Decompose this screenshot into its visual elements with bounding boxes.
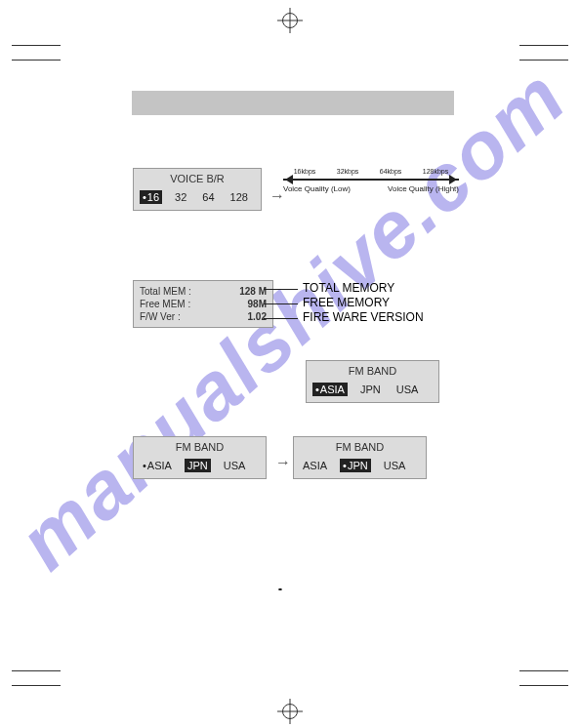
voice-br-options: 16 32 64 128: [134, 186, 261, 210]
callout-total: TOTAL MEMORY: [303, 281, 394, 295]
watermark-text: manualshive.com: [1, 51, 580, 587]
crop-mark: [519, 60, 568, 61]
option-jpn: JPN: [340, 459, 371, 472]
option-64: 64: [199, 190, 217, 204]
option-jpn: JPN: [357, 383, 384, 396]
callout-line: [264, 303, 298, 304]
option-usa: USA: [394, 383, 422, 396]
crop-mark: [12, 45, 61, 46]
crop-mark: [519, 670, 568, 671]
registration-mark: [277, 8, 303, 33]
option-usa: USA: [221, 459, 249, 472]
voice-br-box: VOICE B/R 16 32 64 128: [133, 168, 262, 211]
callout-line: [264, 318, 298, 319]
fm-band-box-2b: FM BAND ASIA JPN USA: [293, 436, 427, 479]
fm-band-title: FM BAND: [307, 361, 438, 379]
page-number: ••: [278, 586, 281, 592]
registration-mark: [277, 699, 303, 724]
quality-scale: 16kbps 32kbps 64kbps 128kbps Voice Quali…: [283, 168, 459, 193]
callout-free: FREE MEMORY: [303, 296, 390, 309]
quality-arrow-bar: [283, 179, 459, 181]
option-jpn: JPN: [185, 459, 211, 472]
fm-band-title: FM BAND: [134, 437, 266, 455]
header-bar: [132, 91, 454, 115]
crop-mark: [12, 685, 61, 686]
option-asia: ASIA: [140, 459, 175, 472]
option-32: 32: [172, 190, 189, 204]
crop-mark: [519, 45, 568, 46]
option-16: 16: [140, 190, 162, 204]
option-128: 128: [228, 190, 251, 204]
crop-mark: [12, 60, 61, 61]
callout-fw: FIRE WARE VERSION: [303, 310, 424, 324]
option-usa: USA: [381, 459, 409, 472]
voice-br-title: VOICE B/R: [134, 169, 261, 186]
crop-mark: [12, 670, 61, 671]
crop-mark: [519, 685, 568, 686]
option-asia: ASIA: [300, 459, 330, 472]
arrow-right-icon: →: [275, 454, 291, 471]
fm-band-title: FM BAND: [294, 437, 426, 455]
memory-info-box: Total MEM :128 M Free MEM :98M F/W Ver :…: [133, 280, 273, 328]
option-asia: ASIA: [312, 383, 348, 396]
fm-band-box-2a: FM BAND ASIA JPN USA: [133, 436, 267, 479]
callout-line: [264, 289, 298, 290]
fm-band-box-1: FM BAND ASIA JPN USA: [306, 360, 439, 403]
